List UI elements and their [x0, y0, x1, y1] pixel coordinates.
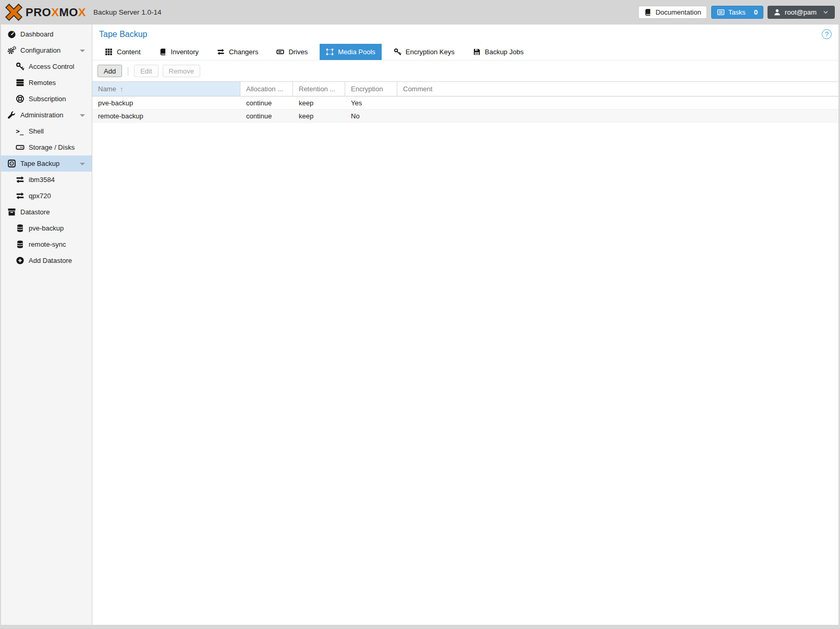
sidebar-item-label: Tape Backup	[20, 160, 59, 167]
page-title: Tape Backup	[99, 30, 148, 39]
cell: continue	[240, 99, 293, 107]
column-header-label: Name	[98, 85, 116, 93]
sidebar-item-subscription[interactable]: Subscription	[1, 91, 92, 107]
tab-label: Content	[117, 48, 141, 56]
sidebar-item-label: Configuration	[20, 46, 60, 54]
exchange-icon	[16, 191, 25, 200]
sidebar-item-qpx720[interactable]: qpx720	[1, 188, 92, 204]
column-header-label: Retention ...	[299, 85, 335, 93]
column-header-allocation[interactable]: Allocation ...	[240, 82, 293, 96]
tasks-label: Tasks	[728, 8, 746, 16]
tab-encryption-keys[interactable]: Encryption Keys	[387, 44, 461, 60]
documentation-button[interactable]: Documentation	[638, 6, 707, 19]
user-menu-button[interactable]: root@pam	[768, 6, 835, 19]
sidebar-item-administration[interactable]: Administration	[1, 107, 92, 123]
tab-label: Inventory	[171, 48, 199, 56]
tab-backup-jobs[interactable]: Backup Jobs	[467, 44, 530, 60]
tab-label: Media Pools	[338, 48, 375, 56]
exchange-icon	[16, 175, 25, 184]
object-group-icon	[326, 48, 334, 56]
collapse-caret-icon[interactable]	[80, 163, 85, 165]
header-actions: Documentation Tasks 0 root@pam	[638, 6, 835, 19]
cell: Yes	[345, 99, 397, 107]
main-panel: Tape Backup ? ContentInventoryChangersDr…	[92, 25, 838, 625]
table-row[interactable]: remote-backupcontinuekeepNo	[92, 110, 838, 123]
sidebar-item-pve-backup[interactable]: pve-backup	[1, 220, 92, 236]
tasks-button[interactable]: Tasks 0	[711, 6, 763, 19]
key-icon	[394, 48, 401, 56]
hdd-icon	[16, 143, 25, 152]
sidebar-item-label: Shell	[29, 127, 44, 135]
brand-letter-group: PRO	[26, 6, 51, 19]
column-header-name[interactable]: Name↑	[92, 82, 240, 96]
sidebar-item-storage-disks[interactable]: Storage / Disks	[1, 139, 92, 155]
sidebar-item-label: Dashboard	[20, 30, 54, 38]
brand-letter-group: X	[78, 6, 86, 19]
sidebar-item-datastore[interactable]: Datastore	[1, 204, 92, 220]
cell: continue	[240, 112, 293, 120]
column-header-label: Allocation ...	[246, 85, 283, 93]
tab-label: Backup Jobs	[485, 48, 524, 56]
sidebar-item-configuration[interactable]: Configuration	[1, 42, 92, 58]
sort-asc-icon: ↑	[120, 86, 124, 93]
column-header-label: Comment	[403, 85, 432, 93]
brand-letter-group: MO	[59, 6, 78, 19]
product-version-label: Backup Server 1.0-14	[93, 8, 162, 16]
edit-button[interactable]: Edit	[134, 65, 158, 77]
grid-toolbar: AddEditRemove	[92, 61, 838, 81]
cell: No	[345, 112, 397, 120]
brand-wordmark: PROXMOX	[26, 6, 86, 19]
user-icon	[773, 8, 781, 16]
tab-media-pools[interactable]: Media Pools	[320, 44, 382, 60]
add-button[interactable]: Add	[98, 65, 122, 77]
sidebar-item-ibm3584[interactable]: ibm3584	[1, 172, 92, 188]
floppy-icon	[473, 48, 481, 56]
tab-drives[interactable]: Drives	[270, 44, 314, 60]
toolbar-separator	[128, 67, 128, 76]
top-header-bar: PROXMOX Backup Server 1.0-14 Documentati…	[0, 0, 840, 25]
tasks-icon	[717, 8, 725, 16]
column-header-retention[interactable]: Retention ...	[293, 82, 345, 96]
tab-changers[interactable]: Changers	[211, 44, 264, 60]
collapse-caret-icon[interactable]	[80, 50, 85, 52]
sidebar-item-label: pve-backup	[29, 224, 64, 232]
book-icon	[159, 48, 167, 56]
wrench-icon	[7, 111, 16, 119]
gears-icon	[7, 46, 16, 55]
tab-inventory[interactable]: Inventory	[153, 44, 205, 60]
tab-label: Encryption Keys	[406, 48, 455, 56]
content-header: Tape Backup ?	[92, 25, 838, 44]
column-header-label: Encryption	[351, 85, 383, 93]
grid-header-row: Name↑Allocation ...Retention ...Encrypti…	[92, 82, 838, 96]
shell-icon: >_	[16, 127, 25, 136]
database-icon	[16, 224, 25, 233]
documentation-label: Documentation	[655, 8, 701, 16]
sidebar-item-dashboard[interactable]: Dashboard	[1, 26, 92, 42]
column-header-encryption[interactable]: Encryption	[345, 82, 397, 96]
help-icon[interactable]: ?	[822, 29, 832, 39]
sidebar-item-shell[interactable]: >_Shell	[1, 123, 92, 139]
sidebar-item-label: remote-sync	[29, 240, 66, 248]
collapse-caret-icon[interactable]	[80, 114, 85, 117]
sidebar-item-tape-backup[interactable]: Tape Backup	[1, 155, 92, 172]
svg-text:>_: >_	[16, 128, 24, 136]
cell: keep	[293, 99, 345, 107]
remove-button[interactable]: Remove	[163, 65, 200, 77]
sidebar-item-access-control[interactable]: Access Control	[1, 58, 92, 75]
sidebar-item-remote-sync[interactable]: remote-sync	[1, 236, 92, 252]
tab-content[interactable]: Content	[99, 44, 147, 60]
app-body: DashboardConfigurationAccess ControlRemo…	[0, 25, 840, 629]
sidebar-item-label: Storage / Disks	[29, 143, 75, 151]
sidebar-item-add-datastore[interactable]: Add Datastore	[1, 252, 92, 269]
table-row[interactable]: pve-backupcontinuekeepYes	[92, 96, 838, 110]
sidebar-item-label: Add Datastore	[29, 257, 72, 264]
sidebar-item-remotes[interactable]: Remotes	[1, 75, 92, 91]
sidebar-item-label: qpx720	[29, 192, 51, 200]
sidebar-navigation: DashboardConfigurationAccess ControlRemo…	[1, 25, 92, 625]
sidebar-item-label: Subscription	[29, 95, 66, 103]
brand-letter-group: X	[51, 6, 59, 19]
key-icon	[16, 62, 25, 71]
column-header-comment[interactable]: Comment	[397, 82, 838, 96]
remotes-icon	[16, 78, 25, 87]
database-icon	[16, 240, 25, 249]
